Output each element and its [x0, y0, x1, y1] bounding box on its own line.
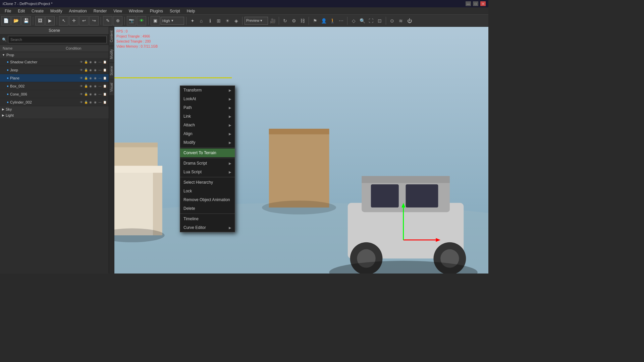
sun-icon[interactable]: ✦ — [189, 17, 197, 25]
vis3-control[interactable]: — — [98, 93, 102, 96]
eye-control[interactable]: 👁 — [79, 76, 83, 80]
viewport-mode-button[interactable]: ▣ — [151, 16, 160, 25]
list-item[interactable]: ● Shadow Catcher 👁 🔒 ◉ ◉ — 📋 — [0, 58, 109, 66]
eye-control[interactable]: 👁 — [79, 68, 83, 72]
group-sky[interactable]: ▶ Sky — [0, 106, 109, 112]
clip-control[interactable]: 📋 — [103, 101, 107, 104]
pivot-button[interactable]: ⊕ — [113, 16, 122, 25]
flag-icon[interactable]: ⚑ — [311, 17, 319, 25]
ctx-align[interactable]: Align ▶ — [180, 129, 235, 138]
redo-button[interactable]: ↪ — [89, 16, 99, 25]
walk-icon[interactable]: 🚶 — [328, 17, 336, 25]
ctx-lock[interactable]: Lock — [180, 187, 235, 195]
power-icon[interactable]: ⏻ — [406, 17, 414, 25]
list-item[interactable]: ● Jeep 👁 🔒 ◉ ◉ — 📋 — [0, 66, 109, 74]
eye-control[interactable]: 👁 — [79, 84, 83, 88]
ctx-convert-terrain[interactable]: Convert To Terrain — [180, 148, 235, 157]
menu-script[interactable]: Script — [166, 8, 183, 14]
menu-plugins[interactable]: Plugins — [147, 8, 166, 14]
eye-control[interactable]: 👁 — [79, 93, 83, 96]
lock-control[interactable]: 🔒 — [84, 60, 88, 64]
vis1-control[interactable]: ◉ — [89, 76, 93, 80]
close-button[interactable]: ✕ — [480, 1, 486, 6]
menu-create[interactable]: Create — [28, 8, 47, 14]
vis2-control[interactable]: ◉ — [93, 93, 97, 96]
select-button[interactable]: ↖ — [59, 16, 68, 25]
vis3-control[interactable]: — — [98, 76, 102, 80]
fullscreen-icon[interactable]: ⛶ — [367, 17, 375, 25]
list-item[interactable]: ● Plane 👁 🔒 ◉ ◉ — 📋 — [0, 74, 109, 82]
menu-edit[interactable]: Edit — [14, 8, 28, 14]
ctx-remove-object-animation[interactable]: Remove Object Animation — [180, 195, 235, 204]
clip-control[interactable]: 📋 — [103, 60, 107, 64]
open-button[interactable]: 📂 — [11, 16, 21, 25]
ctx-attach[interactable]: Attach ▶ — [180, 121, 235, 129]
preview-dropdown[interactable]: Preview ▾ — [245, 17, 268, 25]
scene-tab[interactable]: Scene — [109, 62, 114, 79]
vis2-control[interactable]: ◉ — [93, 84, 97, 88]
clip-control[interactable]: 📋 — [103, 76, 107, 80]
maximize-button[interactable]: □ — [473, 1, 478, 6]
lock-control[interactable]: 🔒 — [84, 101, 88, 104]
ctx-timeline[interactable]: Timeline — [180, 215, 235, 223]
lock-control[interactable]: 🔒 — [84, 93, 88, 96]
clip-control[interactable]: 📋 — [103, 68, 107, 72]
group-prop[interactable]: ▼ Prop — [0, 52, 109, 58]
ctx-curve-editor[interactable]: Curve Editor ▶ — [180, 223, 235, 232]
clip-control[interactable]: 📋 — [103, 84, 107, 88]
ctx-select-hierarchy[interactable]: Select Hierarchy — [180, 178, 235, 187]
save-button[interactable]: 💾 — [21, 16, 31, 25]
lock-control[interactable]: 🔒 — [84, 68, 88, 72]
viewport[interactable]: FPS : 0 Project Triangle : 4966 Selected… — [114, 27, 488, 274]
undo-button[interactable]: ↩ — [79, 16, 89, 25]
ctx-lua-script[interactable]: Lua Script ▶ — [180, 168, 235, 176]
light-icon[interactable]: ☀ — [223, 17, 231, 25]
link-icon[interactable]: ⛓ — [299, 17, 307, 25]
ctx-delete[interactable]: Delete — [180, 204, 235, 213]
video-icon[interactable]: 🎥 — [269, 17, 277, 25]
vis3-control[interactable]: — — [98, 101, 102, 104]
list-item[interactable]: ● Cylinder_002 👁 🔒 ◉ ◉ — 📋 — [0, 98, 109, 106]
render-image-button[interactable]: 🖼 — [35, 16, 45, 25]
home-icon[interactable]: ⌂ — [197, 17, 205, 25]
ctx-transform[interactable]: Transform ▶ — [180, 86, 235, 95]
new-button[interactable]: 📄 — [1, 16, 11, 25]
menu-help[interactable]: Help — [183, 8, 199, 14]
visual-tab[interactable]: Visual — [109, 79, 114, 95]
diamond-icon[interactable]: ◇ — [350, 17, 358, 25]
eye-button[interactable]: 👁 — [137, 16, 146, 25]
person-icon[interactable]: 👤 — [320, 17, 328, 25]
group-light[interactable]: ▶ Light — [0, 112, 109, 118]
record-icon[interactable]: ⊙ — [388, 17, 396, 25]
material-icon[interactable]: ◈ — [232, 17, 240, 25]
menu-animation[interactable]: Animation — [65, 8, 90, 14]
ctx-path[interactable]: Path ▶ — [180, 103, 235, 112]
vis3-control[interactable]: — — [98, 84, 102, 88]
search-input[interactable] — [8, 36, 107, 43]
render-video-button[interactable]: ▶ — [45, 16, 55, 25]
window-controls[interactable]: — □ ✕ — [466, 1, 486, 6]
menu-file[interactable]: File — [1, 8, 14, 14]
clip-control[interactable]: 📋 — [103, 93, 107, 96]
move-button[interactable]: ✛ — [69, 16, 78, 25]
menu-window[interactable]: Window — [125, 8, 147, 14]
lock-control[interactable]: 🔒 — [84, 76, 88, 80]
list-item[interactable]: ● Cone_006 👁 🔒 ◉ ◉ — 📋 — [0, 90, 109, 98]
quality-dropdown[interactable]: High ▾ — [161, 17, 184, 25]
ctx-drama-script[interactable]: Drama Script ▶ — [180, 159, 235, 168]
lock-control[interactable]: 🔒 — [84, 84, 88, 88]
ctx-modify[interactable]: Modify ▶ — [180, 138, 235, 147]
grid-icon[interactable]: ⊞ — [215, 17, 223, 25]
vis2-control[interactable]: ◉ — [93, 76, 97, 80]
vis2-control[interactable]: ◉ — [93, 68, 97, 72]
camera-button[interactable]: 📷 — [127, 16, 136, 25]
zoom-icon[interactable]: 🔍 — [358, 17, 366, 25]
settings-icon[interactable]: ⚙ — [290, 17, 298, 25]
menu-view[interactable]: View — [110, 8, 125, 14]
motion-icon[interactable]: ≋ — [397, 17, 405, 25]
info-icon[interactable]: ℹ — [206, 17, 214, 25]
ctx-link[interactable]: Link ▶ — [180, 112, 235, 121]
ctx-lookat[interactable]: LookAt ▶ — [180, 95, 235, 103]
edit-button[interactable]: ✎ — [103, 16, 112, 25]
eye-control[interactable]: 👁 — [79, 101, 83, 104]
